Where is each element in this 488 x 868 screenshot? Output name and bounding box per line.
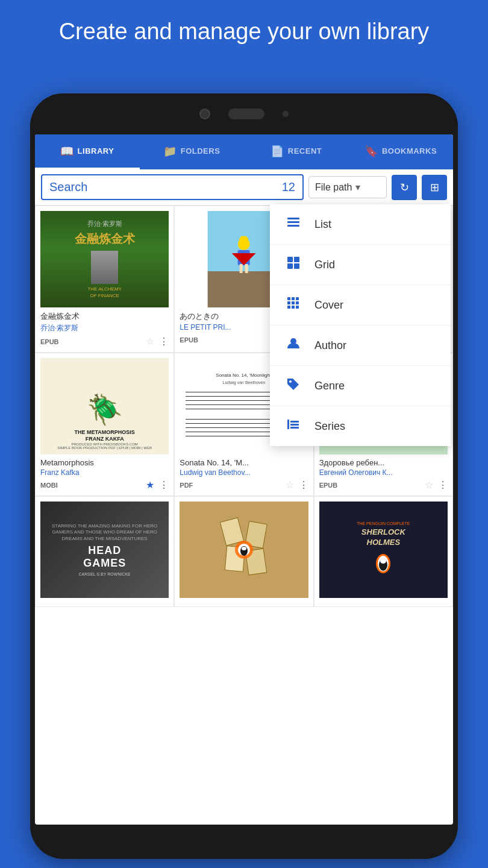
book-item-1[interactable]: 乔治·索罗斯 金融炼金术 THE ALCHEMYOF FINANCE 金融炼金术…: [35, 206, 174, 353]
dropdown-grid-label: Grid: [314, 259, 335, 271]
book-author-3: Franz Kafka: [40, 468, 169, 477]
svg-rect-25: [287, 263, 293, 269]
book-author-5: Евгений Олегович К...: [319, 468, 448, 477]
person-icon: [284, 336, 302, 354]
book-item-8[interactable]: THE PENGUIN COMPLETE SHERLOCKHOLMES: [314, 496, 453, 607]
book-cover-8: THE PENGUIN COMPLETE SHERLOCKHOLMES: [319, 502, 448, 598]
book-title-4: Sonata No. 14, 'M...: [180, 458, 308, 467]
dropdown-cover-label: Cover: [314, 299, 343, 312]
svg-rect-40: [290, 424, 299, 426]
svg-rect-34: [292, 306, 295, 309]
star-icon-1[interactable]: ☆: [146, 336, 154, 347]
tab-bookmarks-label: BOOKMARKS: [382, 146, 437, 156]
svg-rect-20: [287, 218, 299, 219]
book-format-4: PDF: [180, 482, 193, 489]
book-cover-6: STARRING THE AMAZING MAKING FOR HERO GAM…: [40, 502, 169, 598]
more-icon-3[interactable]: ⋮: [159, 479, 169, 491]
phone-speaker: [228, 108, 264, 119]
dropdown-author-label: Author: [314, 339, 346, 352]
star-icon-3[interactable]: ★: [146, 479, 154, 491]
svg-rect-27: [287, 297, 290, 300]
search-box[interactable]: Search 12: [41, 174, 304, 200]
sort-label: File path: [315, 182, 352, 193]
phone-frame: 📖 LIBRARY 📁 FOLDERS 📄 RECENT 🔖 BOOKMARKS…: [30, 93, 458, 859]
front-camera: [199, 108, 210, 119]
book-cover-7: [180, 502, 308, 598]
chevron-down-icon: ▾: [355, 181, 360, 193]
book-format-3: MOBI: [40, 482, 58, 489]
tab-folders[interactable]: 📁 FOLDERS: [140, 134, 245, 169]
star-icon-5[interactable]: ☆: [425, 479, 433, 491]
svg-rect-21: [287, 221, 299, 223]
svg-rect-38: [287, 420, 289, 429]
grid-icon: ⊞: [430, 181, 439, 194]
grid4-icon: [284, 256, 302, 274]
book-actions-3: ★ ⋮: [146, 479, 169, 491]
list-icon: [284, 215, 302, 233]
book-title-5: Здоровье ребен...: [319, 458, 448, 467]
folders-icon: 📁: [163, 145, 177, 158]
svg-rect-22: [287, 225, 299, 227]
svg-rect-6: [245, 264, 248, 273]
refresh-button[interactable]: ↻: [392, 175, 417, 200]
bookmarks-icon: 🔖: [364, 145, 378, 158]
svg-rect-33: [287, 306, 290, 309]
sort-dropdown[interactable]: File path ▾: [308, 176, 387, 198]
dropdown-list-label: List: [314, 218, 331, 231]
svg-point-19: [380, 559, 386, 564]
search-count-badge: 12: [282, 180, 295, 194]
svg-rect-31: [292, 301, 295, 304]
more-icon-4[interactable]: ⋮: [299, 479, 308, 491]
book-author-1: 乔治·索罗斯: [40, 323, 169, 333]
book-cover-1: 乔治·索罗斯 金融炼金术 THE ALCHEMYOF FINANCE: [40, 211, 169, 307]
book-title-1: 金融炼金术: [40, 311, 169, 322]
svg-rect-26: [294, 263, 299, 269]
book-format-5: EPUB: [319, 482, 338, 489]
tab-library[interactable]: 📖 LIBRARY: [35, 134, 140, 169]
dropdown-item-cover[interactable]: Cover: [270, 285, 451, 326]
tab-recent[interactable]: 📄 RECENT: [244, 134, 349, 169]
series-icon: [284, 417, 302, 435]
star-icon-4[interactable]: ☆: [286, 479, 294, 491]
book-cover-3: 🪲 THE METAMORPHOSISFRANZ KAKFA PRODUCED …: [40, 358, 169, 454]
grid-view-button[interactable]: ⊞: [422, 175, 447, 200]
svg-rect-5: [240, 264, 243, 273]
book-meta-5: EPUB ☆ ⋮: [319, 479, 448, 491]
svg-rect-2: [208, 271, 280, 307]
phone-sensor: [283, 111, 289, 117]
dropdown-item-grid[interactable]: Grid: [270, 245, 451, 285]
tab-recent-label: RECENT: [288, 146, 322, 156]
search-text: Search: [49, 180, 87, 194]
book-item-7[interactable]: [174, 496, 313, 607]
dropdown-item-list[interactable]: List: [270, 204, 451, 245]
book-item-3[interactable]: 🪲 THE METAMORPHOSISFRANZ KAKFA PRODUCED …: [35, 353, 174, 496]
svg-rect-23: [287, 257, 293, 262]
book-actions-4: ☆ ⋮: [286, 479, 308, 491]
book-format-2: EPUB: [180, 336, 198, 344]
book-actions-1: ☆ ⋮: [146, 336, 169, 347]
grid9-icon: [284, 296, 302, 314]
book-meta-3: MOBI ★ ⋮: [40, 479, 169, 491]
dropdown-menu: List Grid: [270, 204, 451, 446]
dropdown-genre-label: Genre: [314, 380, 345, 392]
refresh-icon: ↻: [400, 181, 409, 194]
book-author-4: Ludwig van Beethov...: [180, 468, 308, 477]
tab-library-label: LIBRARY: [78, 146, 114, 156]
more-icon-5[interactable]: ⋮: [438, 479, 448, 491]
book-meta-1: EPUB ☆ ⋮: [40, 336, 169, 347]
book-title-3: Metamorphosis: [40, 458, 169, 467]
dropdown-item-genre[interactable]: Genre: [270, 366, 451, 406]
svg-point-37: [289, 380, 292, 383]
svg-rect-32: [296, 301, 299, 304]
svg-rect-30: [287, 301, 290, 304]
book-meta-4: PDF ☆ ⋮: [180, 479, 308, 491]
dropdown-series-label: Series: [314, 420, 345, 433]
svg-rect-35: [296, 306, 299, 309]
tab-bookmarks[interactable]: 🔖 BOOKMARKS: [349, 134, 454, 169]
library-icon: 📖: [60, 145, 74, 158]
dropdown-item-author[interactable]: Author: [270, 326, 451, 366]
svg-rect-39: [290, 421, 299, 423]
book-item-6[interactable]: STARRING THE AMAZING MAKING FOR HERO GAM…: [35, 496, 174, 607]
dropdown-item-series[interactable]: Series: [270, 406, 451, 446]
more-icon-1[interactable]: ⋮: [159, 336, 169, 347]
